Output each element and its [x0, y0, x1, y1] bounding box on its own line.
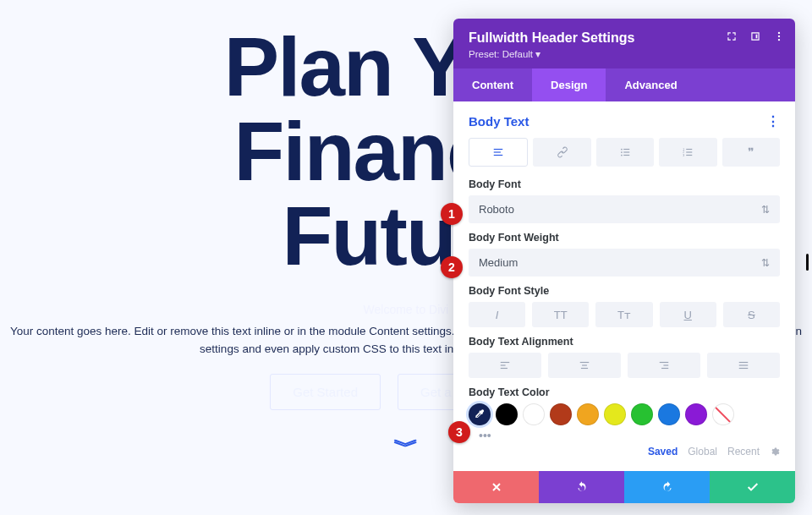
- swatch-amber[interactable]: [577, 403, 599, 425]
- svg-rect-25: [663, 364, 668, 365]
- svg-rect-13: [687, 149, 693, 150]
- style-underline[interactable]: U: [660, 302, 716, 327]
- section-title-label: Body Text: [469, 114, 529, 129]
- svg-point-1: [778, 36, 780, 37]
- swatch-white[interactable]: [523, 403, 545, 425]
- svg-rect-27: [739, 362, 749, 363]
- svg-rect-22: [582, 364, 587, 365]
- tab-advanced[interactable]: Advanced: [606, 68, 695, 101]
- style-smallcaps[interactable]: Tᴛ: [595, 302, 652, 327]
- svg-point-10: [621, 155, 623, 156]
- tab-design[interactable]: Design: [532, 68, 606, 101]
- panel-header: Fullwidth Header Settings Preset: Defaul…: [453, 19, 795, 68]
- swatch-none[interactable]: [712, 403, 734, 425]
- svg-rect-17: [687, 155, 693, 156]
- more-swatches-icon[interactable]: •••: [469, 429, 780, 442]
- settings-panel: Fullwidth Header Settings Preset: Defaul…: [453, 19, 795, 503]
- save-button[interactable]: [710, 471, 795, 503]
- undo-button[interactable]: [539, 471, 624, 503]
- align-justify-icon[interactable]: [707, 353, 780, 378]
- swatch-rust[interactable]: [550, 403, 572, 425]
- label-body-font-style: Body Font Style: [469, 285, 780, 297]
- expand-icon[interactable]: [726, 30, 738, 42]
- svg-rect-29: [739, 368, 749, 369]
- svg-rect-5: [494, 155, 503, 156]
- svg-point-6: [621, 149, 623, 151]
- callout-2: 2: [441, 256, 463, 278]
- preset-global[interactable]: Global: [688, 446, 717, 457]
- svg-point-0: [778, 32, 780, 34]
- subtab-paragraph-icon[interactable]: [469, 138, 528, 167]
- color-swatches: [469, 403, 780, 425]
- svg-rect-7: [623, 149, 629, 150]
- close-icon: [490, 480, 503, 494]
- preset-recent[interactable]: Recent: [727, 446, 760, 457]
- chevron-updown-icon: ⇅: [761, 257, 770, 269]
- panel-body: Body Text ⋮ 123 ❞ Body Font Roboto ⇅ Bod…: [453, 101, 795, 471]
- redo-button[interactable]: [624, 471, 710, 503]
- align-left-icon[interactable]: [469, 353, 541, 378]
- subtab-ul-icon[interactable]: [596, 138, 654, 167]
- svg-rect-3: [494, 149, 503, 150]
- drag-handle[interactable]: [806, 254, 809, 271]
- svg-rect-24: [660, 362, 669, 363]
- body-font-weight-select[interactable]: Medium ⇅: [469, 249, 780, 277]
- preset-saved[interactable]: Saved: [648, 446, 678, 457]
- font-style-row: I TT Tᴛ U S: [469, 302, 780, 327]
- subtab-link-icon[interactable]: [533, 138, 590, 167]
- label-body-text-color: Body Text Color: [469, 386, 780, 398]
- svg-rect-20: [501, 368, 508, 369]
- svg-rect-9: [623, 151, 629, 152]
- svg-text:3: 3: [683, 154, 685, 157]
- cta-get-started[interactable]: Get Started: [270, 374, 381, 410]
- snap-icon[interactable]: [749, 30, 761, 42]
- body-font-select[interactable]: Roboto ⇅: [469, 195, 780, 223]
- swatch-green[interactable]: [631, 403, 653, 425]
- style-italic[interactable]: I: [469, 302, 525, 327]
- svg-point-8: [621, 151, 623, 153]
- redo-icon: [661, 480, 674, 494]
- style-uppercase[interactable]: TT: [532, 302, 589, 327]
- check-icon: [746, 480, 760, 494]
- swatch-blue[interactable]: [658, 403, 680, 425]
- svg-rect-23: [581, 368, 588, 369]
- style-strike[interactable]: S: [723, 302, 780, 327]
- svg-rect-26: [661, 368, 668, 369]
- kebab-menu-icon[interactable]: [773, 30, 785, 42]
- tab-content[interactable]: Content: [453, 68, 532, 101]
- text-subtabs: 123 ❞: [469, 138, 780, 167]
- swatch-lime[interactable]: [604, 403, 626, 425]
- gear-icon[interactable]: [770, 447, 780, 457]
- section-body-text[interactable]: Body Text ⋮: [469, 113, 780, 129]
- body-font-value: Roboto: [479, 203, 514, 216]
- panel-tabs: Content Design Advanced: [453, 68, 795, 101]
- swatch-black[interactable]: [496, 403, 518, 425]
- section-menu-icon[interactable]: ⋮: [766, 113, 780, 129]
- callout-3: 3: [448, 421, 470, 443]
- subtab-ol-icon[interactable]: 123: [659, 138, 716, 167]
- cancel-button[interactable]: [453, 471, 539, 503]
- chevron-updown-icon: ⇅: [761, 204, 770, 216]
- align-center-icon[interactable]: [548, 353, 621, 378]
- alignment-row: [469, 353, 780, 378]
- svg-rect-18: [501, 362, 510, 363]
- align-right-icon[interactable]: [628, 353, 700, 378]
- svg-rect-21: [580, 362, 590, 363]
- svg-point-2: [778, 39, 780, 41]
- svg-rect-4: [494, 151, 501, 152]
- body-font-weight-value: Medium: [479, 256, 518, 269]
- panel-preset[interactable]: Preset: Default ▾: [469, 48, 780, 60]
- eyedropper-icon: [474, 408, 486, 420]
- color-picker-button[interactable]: [469, 403, 491, 425]
- subtab-quote-icon[interactable]: ❞: [722, 138, 780, 167]
- swatch-purple[interactable]: [685, 403, 707, 425]
- panel-footer: [453, 471, 795, 503]
- panel-header-icons: [726, 30, 785, 42]
- label-body-font: Body Font: [469, 178, 780, 190]
- callout-1: 1: [441, 203, 463, 225]
- label-body-text-alignment: Body Text Alignment: [469, 336, 780, 348]
- svg-rect-11: [623, 155, 629, 156]
- svg-rect-19: [501, 364, 506, 365]
- undo-icon: [575, 480, 589, 494]
- svg-rect-28: [739, 364, 749, 365]
